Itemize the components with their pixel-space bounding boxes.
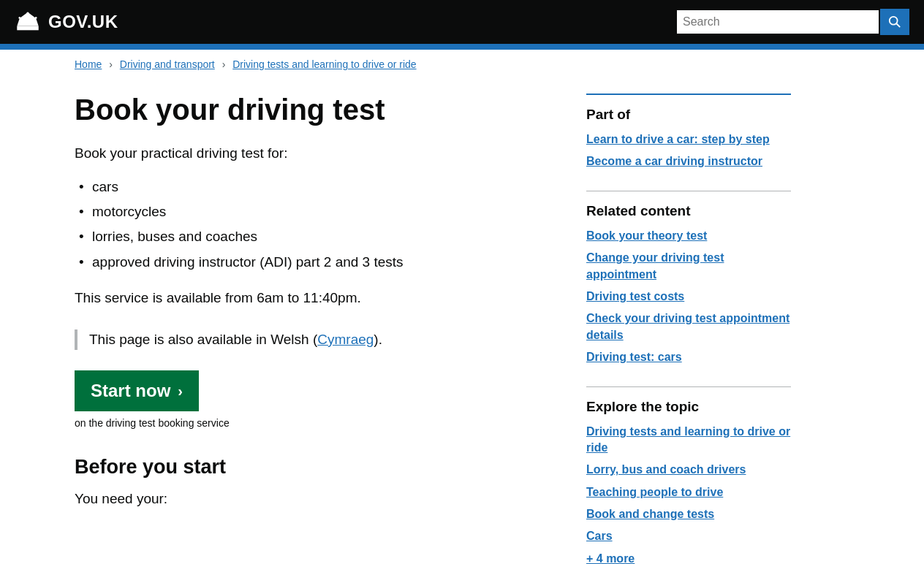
page-title: Book your driving test xyxy=(75,94,557,126)
svg-line-5 xyxy=(896,23,900,27)
breadcrumb-sep-1: › xyxy=(109,58,113,70)
svg-point-4 xyxy=(890,17,898,25)
related-link-1[interactable]: Book your theory test xyxy=(586,228,791,244)
start-button-label: Start now xyxy=(91,381,170,401)
explore-link-more[interactable]: + 4 more xyxy=(586,551,791,564)
cymraeg-link[interactable]: Cymraeg xyxy=(317,332,374,347)
related-link-3[interactable]: Driving test costs xyxy=(586,289,791,305)
blue-bar xyxy=(0,44,924,50)
part-of-section: Part of Learn to drive a car: step by st… xyxy=(586,94,791,170)
related-link-4[interactable]: Check your driving test appointment deta… xyxy=(586,310,791,343)
site-name: GOV.UK xyxy=(48,12,118,32)
welsh-notice-text: This page is also available in Welsh (Cy… xyxy=(89,329,557,351)
breadcrumb: Home › Driving and transport › Driving t… xyxy=(60,50,864,79)
sidebar: Part of Learn to drive a car: step by st… xyxy=(586,94,791,564)
search-icon xyxy=(888,15,901,28)
explore-link-4[interactable]: Book and change tests xyxy=(586,506,791,522)
explore-link-3[interactable]: Teaching people to drive xyxy=(586,484,791,500)
related-link-2[interactable]: Change your driving test appointment xyxy=(586,250,791,283)
breadcrumb-driving-transport[interactable]: Driving and transport xyxy=(120,58,215,70)
breadcrumb-sep-2: › xyxy=(222,58,226,70)
explore-link-2[interactable]: Lorry, bus and coach drivers xyxy=(586,462,791,478)
list-item: motorcycles xyxy=(75,201,557,223)
site-header: GOV.UK xyxy=(0,0,924,44)
gov-logo-link[interactable]: GOV.UK xyxy=(15,12,118,32)
search-form xyxy=(675,9,909,35)
svg-point-1 xyxy=(26,12,29,15)
start-now-button[interactable]: Start now › xyxy=(75,370,199,411)
search-button[interactable] xyxy=(880,9,909,35)
related-content-heading: Related content xyxy=(586,203,791,219)
part-of-heading: Part of xyxy=(586,107,791,123)
start-arrow-icon: › xyxy=(178,383,183,400)
list-item: cars xyxy=(75,176,557,198)
service-hours: This service is available from 6am to 11… xyxy=(75,288,557,309)
before-you-start-text: You need your: xyxy=(75,489,557,510)
part-of-link-2[interactable]: Become a car driving instructor xyxy=(586,153,791,169)
search-input[interactable] xyxy=(675,9,880,35)
content-list: cars motorcycles lorries, buses and coac… xyxy=(75,176,557,274)
before-you-start-title: Before you start xyxy=(75,455,557,479)
breadcrumb-driving-tests[interactable]: Driving tests and learning to drive or r… xyxy=(232,58,416,70)
intro-text: Book your practical driving test for: xyxy=(75,143,557,164)
breadcrumb-home[interactable]: Home xyxy=(75,58,102,70)
related-link-5[interactable]: Driving test: cars xyxy=(586,349,791,365)
main-content: Book your driving test Book your practic… xyxy=(75,94,557,564)
crown-icon xyxy=(15,12,41,32)
explore-link-1[interactable]: Driving tests and learning to drive or r… xyxy=(586,424,791,457)
svg-rect-0 xyxy=(17,26,38,30)
welsh-notice-suffix: ). xyxy=(374,332,382,347)
welsh-notice: This page is also available in Welsh (Cy… xyxy=(75,329,557,351)
list-item: approved driving instructor (ADI) part 2… xyxy=(75,251,557,273)
svg-point-3 xyxy=(35,17,37,19)
list-item: lorries, buses and coaches xyxy=(75,226,557,248)
explore-topic-heading: Explore the topic xyxy=(586,399,791,415)
related-content-section: Related content Book your theory test Ch… xyxy=(586,191,791,366)
svg-point-2 xyxy=(18,17,20,19)
main-wrapper: Book your driving test Book your practic… xyxy=(60,94,864,564)
explore-link-cars[interactable]: Cars xyxy=(586,528,791,544)
welsh-notice-prefix: This page is also available in Welsh ( xyxy=(89,332,317,347)
part-of-link-1[interactable]: Learn to drive a car: step by step xyxy=(586,132,791,148)
start-button-subtext: on the driving test booking service xyxy=(75,417,557,429)
explore-topic-section: Explore the topic Driving tests and lear… xyxy=(586,386,791,564)
